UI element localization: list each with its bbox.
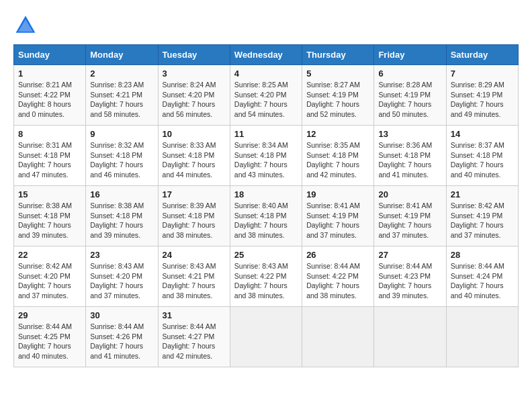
calendar-cell: 2Sunrise: 8:23 AM Sunset: 4:21 PM Daylig… (86, 65, 158, 126)
calendar-cell (374, 307, 446, 367)
day-number: 24 (163, 250, 226, 260)
day-number: 17 (163, 189, 226, 199)
day-info: Sunrise: 8:44 AM Sunset: 4:22 PM Dayligh… (306, 261, 369, 301)
day-info: Sunrise: 8:38 AM Sunset: 4:18 PM Dayligh… (18, 201, 81, 240)
day-info: Sunrise: 8:36 AM Sunset: 4:18 PM Dayligh… (378, 140, 441, 180)
calendar-cell: 11Sunrise: 8:34 AM Sunset: 4:18 PM Dayli… (230, 126, 302, 186)
col-header-friday: Friday (374, 45, 446, 65)
calendar-cell: 15Sunrise: 8:38 AM Sunset: 4:18 PM Dayli… (14, 186, 86, 246)
calendar-cell: 13Sunrise: 8:36 AM Sunset: 4:18 PM Dayli… (374, 126, 446, 186)
logo-icon (13, 13, 38, 38)
calendar-cell: 28Sunrise: 8:44 AM Sunset: 4:24 PM Dayli… (446, 246, 518, 307)
page-header (13, 13, 519, 38)
calendar-cell (302, 307, 374, 367)
day-number: 28 (451, 250, 514, 260)
calendar-cell (230, 307, 302, 367)
day-number: 6 (378, 68, 441, 79)
day-number: 23 (90, 250, 153, 260)
day-number: 21 (451, 189, 514, 199)
day-number: 1 (18, 68, 81, 79)
calendar-cell: 12Sunrise: 8:35 AM Sunset: 4:18 PM Dayli… (302, 126, 374, 186)
day-info: Sunrise: 8:34 AM Sunset: 4:18 PM Dayligh… (234, 140, 298, 180)
calendar-cell: 16Sunrise: 8:38 AM Sunset: 4:18 PM Dayli… (86, 186, 158, 246)
calendar-week-5: 29Sunrise: 8:44 AM Sunset: 4:25 PM Dayli… (14, 307, 519, 367)
day-info: Sunrise: 8:42 AM Sunset: 4:20 PM Dayligh… (18, 261, 81, 301)
day-number: 2 (90, 68, 153, 79)
calendar-week-1: 1Sunrise: 8:21 AM Sunset: 4:22 PM Daylig… (14, 65, 519, 126)
calendar-cell: 26Sunrise: 8:44 AM Sunset: 4:22 PM Dayli… (302, 246, 374, 307)
day-info: Sunrise: 8:35 AM Sunset: 4:18 PM Dayligh… (306, 140, 369, 180)
calendar-cell: 29Sunrise: 8:44 AM Sunset: 4:25 PM Dayli… (14, 307, 86, 367)
day-number: 10 (163, 129, 226, 139)
day-info: Sunrise: 8:44 AM Sunset: 4:26 PM Dayligh… (90, 322, 153, 361)
calendar-cell: 22Sunrise: 8:42 AM Sunset: 4:20 PM Dayli… (14, 246, 86, 307)
calendar-cell: 18Sunrise: 8:40 AM Sunset: 4:18 PM Dayli… (230, 186, 302, 246)
day-info: Sunrise: 8:33 AM Sunset: 4:18 PM Dayligh… (163, 140, 226, 180)
day-info: Sunrise: 8:44 AM Sunset: 4:24 PM Dayligh… (451, 261, 514, 301)
day-number: 26 (306, 250, 369, 260)
day-number: 13 (378, 129, 441, 139)
calendar-cell: 1Sunrise: 8:21 AM Sunset: 4:22 PM Daylig… (14, 65, 86, 126)
day-info: Sunrise: 8:24 AM Sunset: 4:20 PM Dayligh… (163, 80, 226, 120)
day-info: Sunrise: 8:38 AM Sunset: 4:18 PM Dayligh… (90, 201, 153, 240)
day-number: 30 (90, 310, 153, 320)
day-info: Sunrise: 8:44 AM Sunset: 4:23 PM Dayligh… (378, 261, 441, 301)
day-number: 15 (18, 189, 81, 199)
day-number: 16 (90, 189, 153, 199)
calendar-cell (446, 307, 518, 367)
day-info: Sunrise: 8:31 AM Sunset: 4:18 PM Dayligh… (18, 140, 81, 180)
day-number: 3 (163, 68, 226, 79)
calendar-cell: 24Sunrise: 8:43 AM Sunset: 4:21 PM Dayli… (158, 246, 230, 307)
col-header-saturday: Saturday (446, 45, 518, 65)
calendar-cell: 4Sunrise: 8:25 AM Sunset: 4:20 PM Daylig… (230, 65, 302, 126)
col-header-thursday: Thursday (302, 45, 374, 65)
day-number: 12 (306, 129, 369, 139)
day-info: Sunrise: 8:25 AM Sunset: 4:20 PM Dayligh… (234, 80, 298, 120)
day-info: Sunrise: 8:21 AM Sunset: 4:22 PM Dayligh… (18, 80, 81, 120)
calendar-week-3: 15Sunrise: 8:38 AM Sunset: 4:18 PM Dayli… (14, 186, 519, 246)
day-info: Sunrise: 8:43 AM Sunset: 4:22 PM Dayligh… (234, 261, 298, 301)
day-info: Sunrise: 8:42 AM Sunset: 4:19 PM Dayligh… (451, 201, 514, 240)
day-number: 22 (18, 250, 81, 260)
calendar-cell: 21Sunrise: 8:42 AM Sunset: 4:19 PM Dayli… (446, 186, 518, 246)
day-number: 8 (18, 129, 81, 139)
day-number: 31 (163, 310, 226, 320)
day-info: Sunrise: 8:29 AM Sunset: 4:19 PM Dayligh… (451, 80, 514, 120)
calendar-cell: 30Sunrise: 8:44 AM Sunset: 4:26 PM Dayli… (86, 307, 158, 367)
day-info: Sunrise: 8:32 AM Sunset: 4:18 PM Dayligh… (90, 140, 153, 180)
calendar-cell: 23Sunrise: 8:43 AM Sunset: 4:20 PM Dayli… (86, 246, 158, 307)
calendar-table: SundayMondayTuesdayWednesdayThursdayFrid… (13, 44, 519, 367)
day-number: 19 (306, 189, 369, 199)
calendar-header-row: SundayMondayTuesdayWednesdayThursdayFrid… (14, 45, 519, 65)
calendar-week-4: 22Sunrise: 8:42 AM Sunset: 4:20 PM Dayli… (14, 246, 519, 307)
calendar-cell: 17Sunrise: 8:39 AM Sunset: 4:18 PM Dayli… (158, 186, 230, 246)
day-info: Sunrise: 8:23 AM Sunset: 4:21 PM Dayligh… (90, 80, 153, 120)
col-header-sunday: Sunday (14, 45, 86, 65)
day-number: 4 (234, 68, 298, 79)
calendar-cell: 31Sunrise: 8:44 AM Sunset: 4:27 PM Dayli… (158, 307, 230, 367)
calendar-cell: 8Sunrise: 8:31 AM Sunset: 4:18 PM Daylig… (14, 126, 86, 186)
day-number: 11 (234, 129, 298, 139)
calendar-cell: 9Sunrise: 8:32 AM Sunset: 4:18 PM Daylig… (86, 126, 158, 186)
day-info: Sunrise: 8:44 AM Sunset: 4:27 PM Dayligh… (163, 322, 226, 361)
calendar-cell: 27Sunrise: 8:44 AM Sunset: 4:23 PM Dayli… (374, 246, 446, 307)
day-info: Sunrise: 8:44 AM Sunset: 4:25 PM Dayligh… (18, 322, 81, 361)
calendar-cell: 10Sunrise: 8:33 AM Sunset: 4:18 PM Dayli… (158, 126, 230, 186)
day-number: 5 (306, 68, 369, 79)
day-number: 29 (18, 310, 81, 320)
col-header-wednesday: Wednesday (230, 45, 302, 65)
day-info: Sunrise: 8:37 AM Sunset: 4:18 PM Dayligh… (451, 140, 514, 180)
day-number: 20 (378, 189, 441, 199)
day-info: Sunrise: 8:41 AM Sunset: 4:19 PM Dayligh… (378, 201, 441, 240)
day-number: 7 (451, 68, 514, 79)
logo (13, 13, 42, 38)
calendar-week-2: 8Sunrise: 8:31 AM Sunset: 4:18 PM Daylig… (14, 126, 519, 186)
day-number: 14 (451, 129, 514, 139)
day-number: 27 (378, 250, 441, 260)
col-header-tuesday: Tuesday (158, 45, 230, 65)
day-number: 9 (90, 129, 153, 139)
day-info: Sunrise: 8:43 AM Sunset: 4:20 PM Dayligh… (90, 261, 153, 301)
calendar-cell: 5Sunrise: 8:27 AM Sunset: 4:19 PM Daylig… (302, 65, 374, 126)
col-header-monday: Monday (86, 45, 158, 65)
day-info: Sunrise: 8:27 AM Sunset: 4:19 PM Dayligh… (306, 80, 369, 120)
